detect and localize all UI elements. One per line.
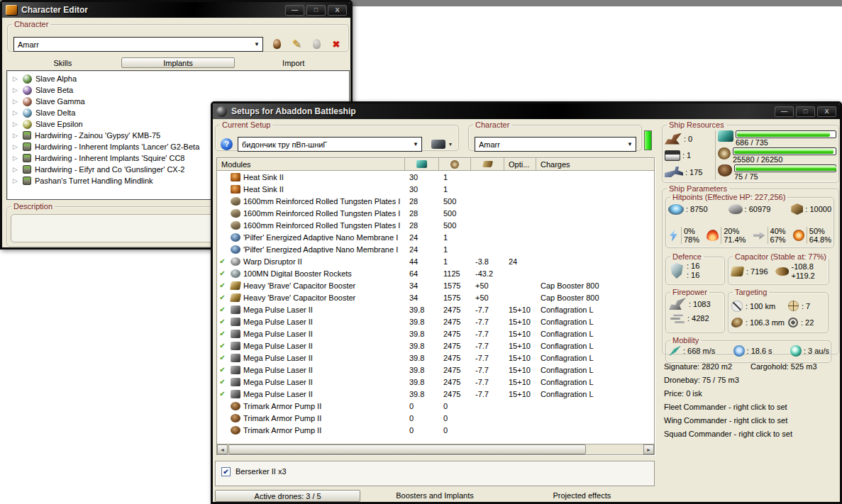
hardwiring-chip-icon <box>23 142 31 151</box>
tree-expander-icon[interactable]: ▷ <box>13 166 19 173</box>
fleet-commander-line[interactable]: Fleet Commander - right click to set <box>664 401 840 414</box>
tree-expander-icon[interactable]: ▷ <box>13 75 19 82</box>
tree-expander-icon[interactable]: ▷ <box>13 121 19 128</box>
module-row[interactable]: ✔Warp Disruptor II441-3.824 <box>217 255 654 267</box>
modules-table-body: Heat Sink II301Heat Sink II3011600mm Rei… <box>217 171 654 444</box>
module-row[interactable]: ✔Mega Pulse Laser II39.82475-7.715+10Con… <box>217 340 654 352</box>
tree-expander-icon[interactable]: ▷ <box>13 177 19 184</box>
tab-import[interactable]: Import <box>236 59 351 67</box>
module-row[interactable]: 'Pilfer' Energized Adaptive Nano Membran… <box>217 243 654 255</box>
resource-bar-group: 686 / 735 <box>736 130 836 147</box>
implant-item[interactable]: ▷Slave Alpha <box>7 73 349 84</box>
module-powergrid-value: 2475 <box>439 390 471 398</box>
resource-bar <box>733 147 836 155</box>
implant-item[interactable]: ▷Slave Beta <box>7 84 349 96</box>
prop-mod-icon <box>231 269 240 278</box>
module-row[interactable]: ✔Mega Pulse Laser II39.82475-7.715+10Con… <box>217 388 654 400</box>
module-row[interactable]: ✔Heavy 'Brave' Capacitor Booster341575+5… <box>217 279 654 291</box>
scroll-left-button[interactable]: ◄ <box>217 444 228 454</box>
scrollbar-track[interactable] <box>228 444 643 454</box>
maximize-button[interactable]: □ <box>306 5 326 16</box>
close-button[interactable]: X <box>328 5 347 16</box>
capacitor-column-header[interactable] <box>471 158 504 170</box>
bottom-tab-active-drones[interactable]: Active drones: 3 / 5 <box>214 490 361 502</box>
module-row[interactable]: Trimark Armor Pump II00 <box>217 424 654 436</box>
module-name: Mega Pulse Laser II <box>243 378 313 386</box>
module-row[interactable]: 'Pilfer' Energized Adaptive Nano Membran… <box>217 231 654 243</box>
tree-expander-icon[interactable]: ▷ <box>13 143 19 150</box>
tree-expander-icon[interactable]: ▷ <box>13 86 19 94</box>
horizontal-scrollbar[interactable]: ◄ ► <box>217 444 654 454</box>
new-character-button[interactable] <box>270 38 283 50</box>
pulse-laser-icon <box>231 342 240 350</box>
optimal-column-header[interactable]: Opti... <box>504 158 536 170</box>
resource-bar-row: 25580 / 26250 <box>718 147 836 164</box>
scrollbar-thumb[interactable] <box>228 444 586 454</box>
module-row[interactable]: 1600mm Reinforced Rolled Tungsten Plates… <box>217 219 654 231</box>
current-setup-select[interactable]: бидончик тру пВп-шниГ ▼ <box>238 137 422 152</box>
minimize-button[interactable]: — <box>775 106 794 117</box>
charges-column-header[interactable]: Charges <box>536 158 654 170</box>
module-row[interactable]: ✔Mega Pulse Laser II39.82475-7.715+10Con… <box>217 315 654 327</box>
module-row[interactable]: Trimark Armor Pump II00 <box>217 412 654 424</box>
character-group-label: Character <box>12 20 50 28</box>
cpu-column-header[interactable] <box>405 158 439 170</box>
module-row[interactable]: 1600mm Reinforced Rolled Tungsten Plates… <box>217 207 654 219</box>
tab-implants[interactable]: Implants <box>121 57 235 68</box>
rename-character-button[interactable]: ✎ <box>290 38 303 50</box>
module-row[interactable]: ✔Mega Pulse Laser II39.82475-7.715+10Con… <box>217 376 654 388</box>
module-cpu-value: 30 <box>405 185 439 194</box>
module-capacitor-value: -7.7 <box>471 330 504 338</box>
module-row[interactable]: ✔Mega Pulse Laser II39.82475-7.715+10Con… <box>217 352 654 364</box>
tree-expander-icon[interactable]: ▷ <box>13 109 19 116</box>
module-capacitor-value: -7.7 <box>471 378 504 386</box>
divider <box>721 227 721 244</box>
cargohold-value: Cargohold: 525 m3 <box>750 360 817 374</box>
setups-titlebar[interactable]: Setups for Abaddon Battleship — □ X <box>213 103 840 119</box>
shield-resist-value: 40% <box>770 227 786 235</box>
module-row[interactable]: ✔Mega Pulse Laser II39.82475-7.715+10Con… <box>217 327 654 340</box>
modules-column-header[interactable]: Modules <box>217 158 405 170</box>
scroll-right-button[interactable]: ► <box>643 444 654 454</box>
module-row[interactable]: Heat Sink II301 <box>217 171 654 183</box>
implant-name: Pashan's Turret Handling Mindlink <box>35 177 153 185</box>
maximize-button[interactable]: □ <box>796 106 815 117</box>
ship-menu-button[interactable]: ▼ <box>427 135 457 153</box>
drone-checkbox[interactable]: ✔ <box>221 467 231 476</box>
module-name: Trimark Armor Pump II <box>243 426 321 435</box>
tree-expander-icon[interactable]: ▷ <box>13 155 19 162</box>
module-row[interactable]: ✔Heavy 'Brave' Capacitor Booster341575+5… <box>217 291 654 303</box>
bottom-tab-boosters-implants[interactable]: Boosters and Implants <box>361 490 508 502</box>
module-row[interactable]: 1600mm Reinforced Rolled Tungsten Plates… <box>217 195 654 207</box>
powergrid-column-header[interactable] <box>439 158 471 170</box>
module-cpu-value: 39.8 <box>405 342 439 350</box>
bottom-tab-projected-effects[interactable]: Projected effects <box>509 490 655 502</box>
sensor-strength-value: : 22 <box>801 318 814 327</box>
tree-expander-icon[interactable]: ▷ <box>13 132 19 139</box>
module-powergrid-value: 1575 <box>439 281 471 290</box>
squad-commander-line[interactable]: Squad Commander - right click to set <box>664 427 840 441</box>
delete-character-button[interactable]: ✖ <box>330 38 343 50</box>
close-button[interactable]: X <box>817 106 836 117</box>
tree-expander-icon[interactable]: ▷ <box>13 98 19 105</box>
character-editor-titlebar[interactable]: Character Editor — □ X <box>2 2 350 18</box>
drone-item[interactable]: ✔Berserker II x3 <box>221 466 654 477</box>
module-row[interactable]: ✔100MN Digital Booster Rockets641125-43.… <box>217 267 654 279</box>
character-select[interactable]: Amarr ▼ <box>13 37 263 52</box>
copy-character-button[interactable] <box>310 38 323 50</box>
volley-icon <box>669 313 685 323</box>
minimize-button[interactable]: — <box>285 5 304 16</box>
module-powergrid-value: 2475 <box>439 342 471 350</box>
module-row[interactable]: ✔Mega Pulse Laser II39.82475-7.715+10Con… <box>217 364 654 376</box>
tab-skills[interactable]: Skills <box>5 59 121 67</box>
help-icon[interactable]: ? <box>221 138 233 150</box>
setup-character-select[interactable]: Amarr ▼ <box>475 137 636 152</box>
resist-values: 40%67% <box>770 227 786 244</box>
wing-commander-line[interactable]: Wing Commander - right click to set <box>664 414 840 427</box>
module-row[interactable]: Trimark Armor Pump II00 <box>217 400 654 412</box>
module-name: Heat Sink II <box>243 185 284 194</box>
module-row[interactable]: Heat Sink II301 <box>217 183 654 195</box>
resource-bar <box>736 130 836 138</box>
module-row[interactable]: ✔Mega Pulse Laser II39.82475-7.715+10Con… <box>217 303 654 315</box>
pulse-laser-icon <box>231 378 240 386</box>
